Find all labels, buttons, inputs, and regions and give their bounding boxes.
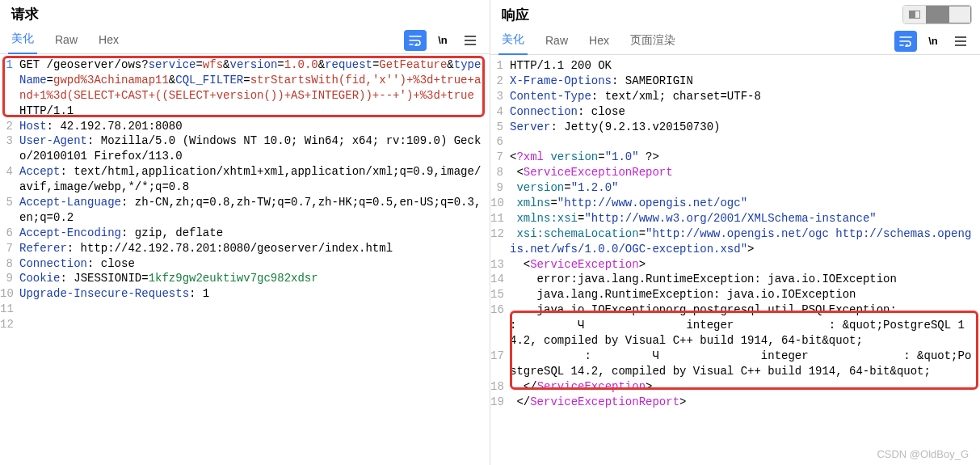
line-content[interactable]: <ServiceExceptionReport	[507, 165, 980, 180]
request-pane: 请求 美化 Raw Hex \n 1GET /geoserver/ows?ser…	[0, 0, 490, 465]
view-toggle[interactable]	[902, 5, 972, 24]
line-content[interactable]: xmlns:xsi="http://www.w3.org/2001/XMLSch…	[507, 211, 980, 226]
code-line: 18 </ServiceException>	[490, 379, 980, 395]
wrap-icon[interactable]	[404, 30, 427, 51]
line-content[interactable]: X-Frame-Options: SAMEORIGIN	[507, 74, 980, 89]
line-number: 11	[0, 302, 16, 317]
tab-pretty[interactable]: 美化	[8, 27, 37, 54]
newline-icon-res[interactable]: \n	[922, 31, 944, 52]
code-line: 8 <ServiceExceptionReport	[490, 165, 980, 180]
response-title: 响应	[502, 6, 529, 24]
code-line: 6	[490, 134, 980, 150]
line-number: 3	[0, 133, 16, 164]
response-code[interactable]: 1HTTP/1.1 200 OK2X-Frame-Options: SAMEOR…	[490, 55, 980, 465]
line-number: 10	[490, 196, 507, 211]
line-number: 9	[0, 271, 16, 286]
request-header: 请求	[0, 0, 490, 27]
wrap-icon-res[interactable]	[894, 31, 917, 52]
line-content[interactable]: version="1.2.0"	[507, 180, 980, 196]
code-line: 17 : Ч integer : &quot;PostgreSQL 14.2, …	[490, 349, 980, 379]
line-content[interactable]	[16, 302, 490, 317]
line-content[interactable]: Content-Type: text/xml; charset=UTF-8	[507, 89, 980, 104]
line-number: 17	[490, 349, 507, 379]
line-number: 16	[490, 302, 507, 349]
line-content[interactable]: error:java.lang.RuntimeException: java.i…	[507, 272, 980, 287]
view-split[interactable]	[903, 6, 926, 23]
code-line: 11	[0, 302, 490, 317]
tab-pretty-res[interactable]: 美化	[498, 27, 528, 55]
line-number: 11	[490, 211, 507, 226]
tab-raw-res[interactable]: Raw	[542, 29, 571, 53]
line-content[interactable]: <?xml version="1.0" ?>	[507, 150, 980, 165]
line-number: 6	[490, 134, 507, 150]
line-number: 5	[0, 195, 16, 226]
line-number: 7	[0, 241, 16, 256]
code-line: 12	[0, 317, 490, 332]
line-content[interactable]: Upgrade-Insecure-Requests: 1	[16, 286, 490, 302]
newline-icon[interactable]: \n	[431, 30, 454, 51]
line-content[interactable]: xsi:schemaLocation="http://www.opengis.n…	[507, 226, 980, 257]
tab-render-res[interactable]: 页面渲染	[627, 28, 679, 54]
code-line: 7<?xml version="1.0" ?>	[490, 150, 980, 165]
line-content[interactable]: Referer: http://42.192.78.201:8080/geose…	[16, 241, 490, 256]
tab-hex-res[interactable]: Hex	[586, 29, 612, 53]
line-content[interactable]: </ServiceException>	[507, 379, 980, 395]
line-number: 14	[490, 272, 507, 287]
code-line: 10Upgrade-Insecure-Requests: 1	[0, 286, 490, 302]
menu-icon[interactable]	[459, 30, 482, 51]
code-line: 3Content-Type: text/xml; charset=UTF-8	[490, 89, 980, 104]
request-code[interactable]: 1GET /geoserver/ows?service=wfs&version=…	[0, 54, 490, 465]
line-content[interactable]: Cookie: JSESSIONID=1kfz9gw2euktiwv7gc982…	[16, 271, 490, 286]
line-content[interactable]: Host: 42.192.78.201:8080	[16, 119, 490, 134]
watermark: CSDN @OldBoy_G	[877, 448, 969, 460]
code-line: 15 java.lang.RuntimeException: java.io.I…	[490, 287, 980, 302]
line-content[interactable]: Accept-Language: zh-CN,zh;q=0.8,zh-TW;q=…	[16, 195, 490, 226]
line-number: 19	[490, 395, 507, 410]
line-number: 1	[0, 57, 16, 119]
menu-icon-res[interactable]	[949, 31, 972, 52]
code-line: 6Accept-Encoding: gzip, deflate	[0, 226, 490, 241]
line-content[interactable]: Connection: close	[16, 256, 490, 272]
line-content[interactable]: Accept: text/html,application/xhtml+xml,…	[16, 164, 490, 195]
line-content[interactable]	[507, 134, 980, 150]
code-line: 13 <ServiceException>	[490, 257, 980, 273]
code-line: 5Server: Jetty(9.2.13.v20150730)	[490, 120, 980, 135]
line-number: 2	[490, 74, 507, 89]
code-line: 14 error:java.lang.RuntimeException: jav…	[490, 272, 980, 287]
view-single[interactable]	[926, 6, 948, 23]
line-content[interactable]: xmlns="http://www.opengis.net/ogc"	[507, 196, 980, 211]
line-content[interactable]: User-Agent: Mozilla/5.0 (Windows NT 10.0…	[16, 133, 490, 164]
code-line: 19 </ServiceExceptionReport>	[490, 395, 980, 410]
line-content[interactable]: GET /geoserver/ows?service=wfs&version=1…	[16, 57, 490, 119]
tab-hex[interactable]: Hex	[95, 28, 122, 53]
line-content[interactable]	[16, 317, 490, 332]
line-content[interactable]: java.lang.RuntimeException: java.io.IOEx…	[507, 287, 980, 302]
code-line: 11 xmlns:xsi="http://www.w3.org/2001/XML…	[490, 211, 980, 226]
line-content[interactable]: Server: Jetty(9.2.13.v20150730)	[507, 120, 980, 135]
split-view: 请求 美化 Raw Hex \n 1GET /geoserver/ows?ser…	[0, 0, 980, 465]
code-line: 2X-Frame-Options: SAMEORIGIN	[490, 74, 980, 89]
tab-raw[interactable]: Raw	[52, 28, 81, 53]
code-line: 3User-Agent: Mozilla/5.0 (Windows NT 10.…	[0, 133, 490, 164]
response-tabs: 美化 Raw Hex 页面渲染 \n	[490, 27, 980, 55]
view-boxed[interactable]	[948, 6, 971, 23]
code-line: 16 java.io.IOExceptionorg.postgresql.uti…	[490, 302, 980, 349]
line-content[interactable]: java.io.IOExceptionorg.postgresql.util.P…	[507, 302, 980, 349]
line-content[interactable]: Connection: close	[507, 104, 980, 120]
line-number: 8	[490, 165, 507, 180]
line-content[interactable]: : Ч integer : &quot;PostgreSQL 14.2, com…	[507, 349, 980, 379]
line-number: 7	[490, 150, 507, 165]
code-line: 1GET /geoserver/ows?service=wfs&version=…	[0, 57, 490, 119]
code-line: 5Accept-Language: zh-CN,zh;q=0.8,zh-TW;q…	[0, 195, 490, 226]
line-number: 2	[0, 119, 16, 134]
request-title: 请求	[11, 5, 39, 23]
request-tabs: 美化 Raw Hex \n	[0, 27, 490, 54]
line-content[interactable]: <ServiceException>	[507, 257, 980, 273]
response-toolbar: \n	[894, 31, 972, 52]
line-content[interactable]: Accept-Encoding: gzip, deflate	[16, 226, 490, 241]
request-toolbar: \n	[404, 30, 482, 51]
line-content[interactable]: HTTP/1.1 200 OK	[507, 58, 980, 74]
code-line: 9 version="1.2.0"	[490, 180, 980, 196]
line-content[interactable]: </ServiceExceptionReport>	[507, 395, 980, 410]
line-number: 5	[490, 120, 507, 135]
